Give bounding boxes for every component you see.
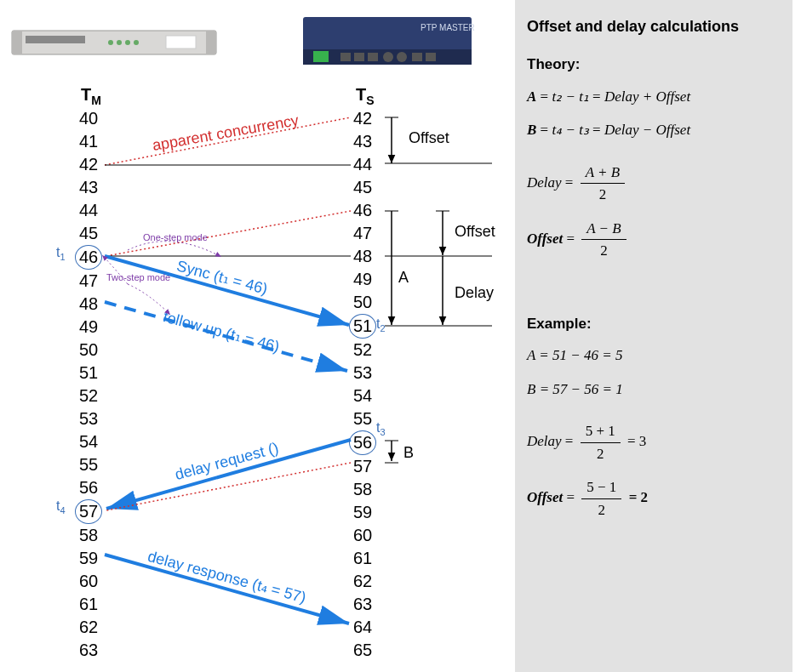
time-value: 54 <box>353 384 380 407</box>
time-value: 45 <box>353 176 380 199</box>
delay-response-label: delay response (t₄ = 57) <box>146 548 307 607</box>
time-value: 62 <box>79 616 106 639</box>
t2-marker: t2 <box>376 316 386 333</box>
time-value: 60 <box>353 524 380 547</box>
svg-rect-11 <box>313 51 329 62</box>
master-time-column: 4041424344454647484950515253545556575859… <box>79 107 106 662</box>
time-value: 56 <box>79 476 106 499</box>
svg-rect-13 <box>354 53 364 61</box>
time-value: 63 <box>79 639 106 662</box>
svg-rect-14 <box>368 53 378 61</box>
t4-marker: t4 <box>56 498 66 515</box>
time-value: 60 <box>79 570 106 593</box>
time-value: 59 <box>353 501 380 524</box>
svg-rect-0 <box>12 31 216 54</box>
time-value: 49 <box>79 316 106 339</box>
svg-rect-2 <box>206 31 216 54</box>
time-value: 49 <box>353 268 380 291</box>
time-value: 53 <box>79 407 106 430</box>
sync-arrow-label: Sync (t₁ = 46) <box>175 257 270 298</box>
time-value: 50 <box>79 339 106 362</box>
time-value: 46 <box>353 199 380 222</box>
svg-point-7 <box>134 40 139 45</box>
calc-panel: Offset and delay calculations Theory: A … <box>515 0 792 672</box>
offset-example: Offset = 5 − 1 2 = 2 <box>527 476 781 521</box>
time-value: 58 <box>79 524 106 547</box>
master-col-header: TM <box>81 85 101 107</box>
svg-line-22 <box>106 211 351 256</box>
time-value: 61 <box>79 593 106 616</box>
svg-rect-17 <box>412 53 422 61</box>
time-value: 52 <box>79 384 106 407</box>
svg-line-27 <box>106 463 351 510</box>
svg-point-4 <box>108 40 113 45</box>
svg-rect-10 <box>303 49 472 65</box>
time-value: 42 <box>79 153 106 176</box>
slave-time-column: 4243444546474849505152535455565758596061… <box>353 107 380 662</box>
time-value: 63 <box>353 593 380 616</box>
t3-marker: t3 <box>376 420 386 437</box>
svg-line-28 <box>105 555 349 624</box>
time-value: 56 <box>349 430 376 455</box>
offset-formula: Offset = A − B 2 <box>527 218 781 262</box>
time-value: 41 <box>79 130 106 153</box>
time-value: 57 <box>75 499 102 524</box>
calc-title: Offset and delay calculations <box>527 15 781 38</box>
svg-rect-3 <box>26 36 85 43</box>
time-value: 40 <box>79 107 106 130</box>
svg-point-15 <box>383 52 393 62</box>
time-value: 65 <box>353 639 380 662</box>
B-bracket-label: B <box>403 444 414 461</box>
time-value: 43 <box>353 130 380 153</box>
slave-col-header: TS <box>356 85 375 107</box>
time-value: 48 <box>79 293 106 316</box>
diagram-area: PTP MASTER apparent concurrency <box>0 0 515 672</box>
apparent-concurrency-label: apparent concurrency <box>151 111 300 154</box>
B-example: B = 57 − 56 = 1 <box>527 379 781 401</box>
svg-rect-9 <box>303 17 472 65</box>
svg-rect-12 <box>340 53 351 61</box>
svg-text:PTP MASTER: PTP MASTER <box>421 23 475 32</box>
delay-bracket-label: Delay <box>455 284 494 301</box>
followup-arrow-label: follow up (t₁ = 46) <box>162 308 282 356</box>
time-value: 50 <box>353 291 380 314</box>
time-value: 47 <box>79 270 106 293</box>
time-value: 59 <box>79 547 106 570</box>
slave-device-icon: PTP MASTER <box>303 17 475 65</box>
theory-label: Theory: <box>527 54 781 76</box>
A-bracket-label: A <box>398 269 409 286</box>
one-step-label: One-step mode <box>143 232 208 242</box>
A-example: A = 51 − 46 = 5 <box>527 345 781 367</box>
t1-marker: t1 <box>56 245 66 262</box>
time-value: 48 <box>353 245 380 268</box>
time-value: 44 <box>79 199 106 222</box>
time-value: 57 <box>353 455 380 478</box>
svg-rect-1 <box>12 31 22 54</box>
time-value: 51 <box>79 362 106 384</box>
svg-line-20 <box>105 117 351 165</box>
time-value: 61 <box>353 547 380 570</box>
A-definition: A = t₂ − t₁ = Delay + Offset <box>527 86 781 108</box>
time-value: 43 <box>79 176 106 199</box>
time-value: 52 <box>353 339 380 362</box>
master-device-icon <box>12 31 216 54</box>
overlay-svg: PTP MASTER apparent concurrency <box>0 0 515 672</box>
time-value: 51 <box>349 314 376 339</box>
time-value: 54 <box>79 430 106 453</box>
svg-rect-18 <box>426 53 436 61</box>
time-value: 58 <box>353 478 380 501</box>
svg-line-24 <box>105 256 349 325</box>
delay-request-label: delay request () <box>173 439 280 483</box>
time-value: 42 <box>353 107 380 130</box>
svg-point-6 <box>125 40 130 45</box>
time-value: 45 <box>79 222 106 245</box>
time-value: 53 <box>353 362 380 384</box>
delay-formula: Delay = A + B 2 <box>527 162 781 206</box>
two-step-label: Two-step mode <box>106 272 170 282</box>
time-value: 62 <box>353 570 380 593</box>
time-value: 55 <box>79 453 106 476</box>
offset-label-1: Offset <box>409 129 449 146</box>
time-value: 47 <box>353 222 380 245</box>
svg-point-16 <box>397 52 407 62</box>
svg-line-25 <box>105 302 347 371</box>
